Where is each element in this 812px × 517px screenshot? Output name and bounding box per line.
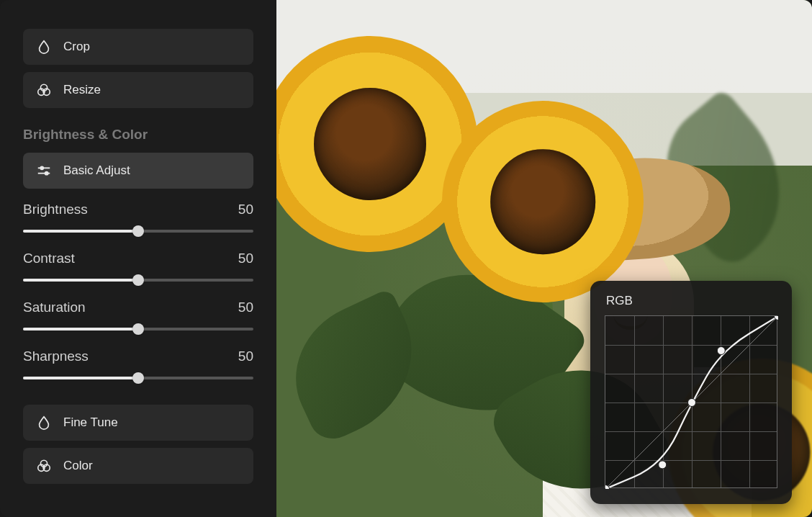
slider-thumb[interactable] — [132, 323, 144, 335]
slider-thumb[interactable] — [132, 225, 144, 237]
slider-thumb[interactable] — [132, 274, 144, 286]
slider-thumb[interactable] — [132, 372, 144, 384]
slider-track[interactable] — [23, 274, 253, 287]
sliders-group: Brightness50Contrast50Saturation50Sharpn… — [23, 202, 253, 385]
drop-icon — [36, 39, 52, 55]
slider-label: Saturation — [23, 300, 86, 315]
slider-value: 50 — [238, 202, 253, 217]
svg-point-4 — [40, 166, 43, 169]
slider-contrast: Contrast50 — [23, 251, 253, 287]
color-button[interactable]: Color — [23, 448, 253, 484]
fine-tune-label: Fine Tune — [63, 415, 118, 430]
slider-value: 50 — [238, 349, 253, 364]
slider-brightness: Brightness50 — [23, 202, 253, 238]
basic-adjust-button[interactable]: Basic Adjust — [23, 153, 253, 189]
curves-graph[interactable] — [605, 315, 777, 488]
rgb-curves-panel[interactable]: RGB — [590, 281, 792, 504]
image-preview: RGB — [276, 0, 812, 517]
resize-label: Resize — [63, 83, 101, 97]
slider-saturation: Saturation50 — [23, 300, 253, 336]
fine-tune-button[interactable]: Fine Tune — [23, 405, 253, 441]
slider-track[interactable] — [23, 372, 253, 385]
svg-point-6 — [45, 172, 48, 175]
drop-icon — [36, 415, 52, 431]
slider-sharpness: Sharpness50 — [23, 349, 253, 385]
curve-point[interactable] — [717, 347, 725, 355]
slider-track[interactable] — [23, 225, 253, 238]
slider-label: Sharpness — [23, 349, 89, 364]
slider-label: Contrast — [23, 251, 75, 266]
resize-button[interactable]: Resize — [23, 72, 253, 108]
color-label: Color — [63, 459, 93, 473]
curves-title: RGB — [606, 294, 777, 308]
overlapping-circles-icon — [36, 458, 52, 474]
slider-value: 50 — [238, 300, 253, 315]
slider-track[interactable] — [23, 323, 253, 336]
section-title-brightness-color: Brightness & Color — [23, 127, 253, 143]
slider-label: Brightness — [23, 202, 88, 217]
curve-point[interactable] — [688, 399, 696, 407]
curve-point[interactable] — [659, 461, 667, 469]
slider-value: 50 — [238, 251, 253, 266]
overlapping-circles-icon — [36, 82, 52, 98]
sliders-icon — [36, 163, 52, 179]
crop-label: Crop — [63, 40, 90, 54]
editor-sidebar: Crop Resize Brightness & Color Basic Adj… — [0, 0, 276, 517]
basic-adjust-label: Basic Adjust — [63, 163, 130, 178]
crop-button[interactable]: Crop — [23, 29, 253, 65]
